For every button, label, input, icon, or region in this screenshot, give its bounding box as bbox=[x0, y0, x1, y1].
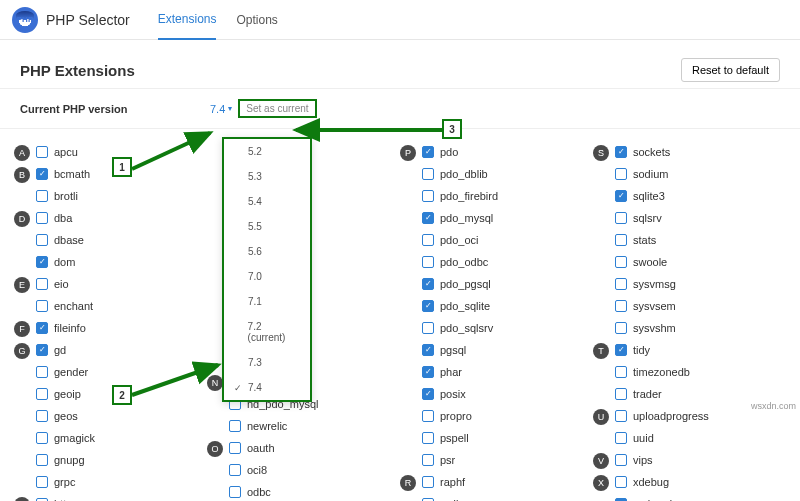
extension-checkbox[interactable] bbox=[615, 212, 627, 224]
extension-checkbox[interactable] bbox=[36, 190, 48, 202]
extension-checkbox[interactable] bbox=[422, 432, 434, 444]
extension-checkbox[interactable] bbox=[615, 234, 627, 246]
reset-button[interactable]: Reset to default bbox=[681, 58, 780, 82]
extension-checkbox[interactable] bbox=[615, 344, 627, 356]
extension-item[interactable]: apcu bbox=[36, 141, 78, 163]
extension-item[interactable]: fileinfo bbox=[36, 317, 86, 339]
extension-checkbox[interactable] bbox=[36, 410, 48, 422]
extension-item[interactable]: pgsql bbox=[422, 339, 498, 361]
extension-checkbox[interactable] bbox=[36, 476, 48, 488]
version-option[interactable]: 5.6 bbox=[224, 239, 310, 264]
extension-checkbox[interactable] bbox=[615, 410, 627, 422]
extension-checkbox[interactable] bbox=[615, 190, 627, 202]
extension-checkbox[interactable] bbox=[36, 388, 48, 400]
extension-item[interactable]: sysvmsg bbox=[615, 273, 676, 295]
extension-item[interactable]: psr bbox=[422, 449, 498, 471]
version-option[interactable]: 7.2 (current) bbox=[224, 314, 310, 350]
extension-checkbox[interactable] bbox=[229, 442, 241, 454]
extension-item[interactable]: pdo_oci bbox=[422, 229, 498, 251]
extension-item[interactable]: sysvshm bbox=[615, 317, 676, 339]
extension-item[interactable]: gnupg bbox=[36, 449, 95, 471]
extension-item[interactable]: pdo_dblib bbox=[422, 163, 498, 185]
extension-checkbox[interactable] bbox=[422, 410, 434, 422]
extension-item[interactable]: pdo_sqlsrv bbox=[422, 317, 498, 339]
extension-checkbox[interactable] bbox=[615, 454, 627, 466]
extension-checkbox[interactable] bbox=[36, 212, 48, 224]
extension-checkbox[interactable] bbox=[615, 388, 627, 400]
extension-checkbox[interactable] bbox=[615, 146, 627, 158]
extension-checkbox[interactable] bbox=[422, 234, 434, 246]
tab-options[interactable]: Options bbox=[236, 1, 277, 39]
extension-item[interactable]: grpc bbox=[36, 471, 95, 493]
extension-checkbox[interactable] bbox=[422, 300, 434, 312]
extension-item[interactable]: dbase bbox=[36, 229, 84, 251]
extension-checkbox[interactable] bbox=[36, 344, 48, 356]
extension-checkbox[interactable] bbox=[615, 432, 627, 444]
extension-item[interactable]: phar bbox=[422, 361, 498, 383]
version-option[interactable]: 7.3 bbox=[224, 350, 310, 375]
extension-checkbox[interactable] bbox=[422, 278, 434, 290]
extension-item[interactable]: swoole bbox=[615, 251, 676, 273]
extension-item[interactable]: vips bbox=[615, 449, 653, 471]
extension-checkbox[interactable] bbox=[615, 366, 627, 378]
extension-checkbox[interactable] bbox=[615, 300, 627, 312]
extension-item[interactable]: raphf bbox=[422, 471, 467, 493]
extension-checkbox[interactable] bbox=[615, 278, 627, 290]
version-option[interactable]: 5.3 bbox=[224, 164, 310, 189]
extension-item[interactable]: pdo bbox=[422, 141, 498, 163]
extension-checkbox[interactable] bbox=[422, 388, 434, 400]
extension-checkbox[interactable] bbox=[36, 300, 48, 312]
extension-item[interactable]: timezonedb bbox=[615, 361, 690, 383]
version-dropdown[interactable]: 5.25.35.45.55.67.07.17.2 (current)7.3✓7.… bbox=[222, 137, 312, 402]
version-option[interactable]: ✓7.4 bbox=[224, 375, 310, 400]
extension-item[interactable]: gmagick bbox=[36, 427, 95, 449]
version-select[interactable]: 7.4 bbox=[210, 103, 232, 115]
extension-checkbox[interactable] bbox=[36, 234, 48, 246]
extension-checkbox[interactable] bbox=[422, 366, 434, 378]
extension-item[interactable]: sodium bbox=[615, 163, 676, 185]
extension-checkbox[interactable] bbox=[422, 212, 434, 224]
extension-checkbox[interactable] bbox=[36, 454, 48, 466]
extension-item[interactable]: uploadprogress bbox=[615, 405, 709, 427]
extension-checkbox[interactable] bbox=[422, 476, 434, 488]
extension-item[interactable]: http bbox=[36, 493, 72, 501]
extension-checkbox[interactable] bbox=[422, 256, 434, 268]
extension-checkbox[interactable] bbox=[36, 278, 48, 290]
extension-item[interactable]: pdo_odbc bbox=[422, 251, 498, 273]
version-option[interactable]: 7.1 bbox=[224, 289, 310, 314]
extension-item[interactable]: trader bbox=[615, 383, 690, 405]
set-current-button[interactable]: Set as current bbox=[238, 99, 316, 118]
extension-checkbox[interactable] bbox=[615, 322, 627, 334]
extension-checkbox[interactable] bbox=[36, 366, 48, 378]
extension-item[interactable]: sysvsem bbox=[615, 295, 676, 317]
extension-item[interactable]: enchant bbox=[36, 295, 93, 317]
extension-checkbox[interactable] bbox=[229, 464, 241, 476]
version-option[interactable]: 7.0 bbox=[224, 264, 310, 289]
extension-checkbox[interactable] bbox=[36, 322, 48, 334]
extension-item[interactable]: geos bbox=[36, 405, 95, 427]
extension-item[interactable]: pdo_pgsql bbox=[422, 273, 498, 295]
version-option[interactable]: 5.2 bbox=[224, 139, 310, 164]
extension-checkbox[interactable] bbox=[615, 476, 627, 488]
extension-item[interactable]: brotli bbox=[36, 185, 90, 207]
extension-checkbox[interactable] bbox=[422, 322, 434, 334]
extension-item[interactable]: sqlsrv bbox=[615, 207, 676, 229]
extension-item[interactable]: tidy bbox=[615, 339, 690, 361]
extension-item[interactable]: gender bbox=[36, 361, 95, 383]
extension-item[interactable]: dom bbox=[36, 251, 84, 273]
extension-checkbox[interactable] bbox=[422, 454, 434, 466]
extension-item[interactable]: posix bbox=[422, 383, 498, 405]
extension-item[interactable]: oauth bbox=[229, 437, 275, 459]
extension-checkbox[interactable] bbox=[422, 190, 434, 202]
extension-checkbox[interactable] bbox=[615, 168, 627, 180]
extension-checkbox[interactable] bbox=[422, 168, 434, 180]
extension-checkbox[interactable] bbox=[229, 486, 241, 498]
extension-item[interactable]: pdo_firebird bbox=[422, 185, 498, 207]
extension-item[interactable]: propro bbox=[422, 405, 498, 427]
extension-checkbox[interactable] bbox=[615, 256, 627, 268]
extension-item[interactable]: oci8 bbox=[229, 459, 275, 481]
extension-item[interactable]: eio bbox=[36, 273, 93, 295]
extension-item[interactable]: sockets bbox=[615, 141, 676, 163]
extension-item[interactable]: dba bbox=[36, 207, 84, 229]
version-option[interactable]: 5.4 bbox=[224, 189, 310, 214]
